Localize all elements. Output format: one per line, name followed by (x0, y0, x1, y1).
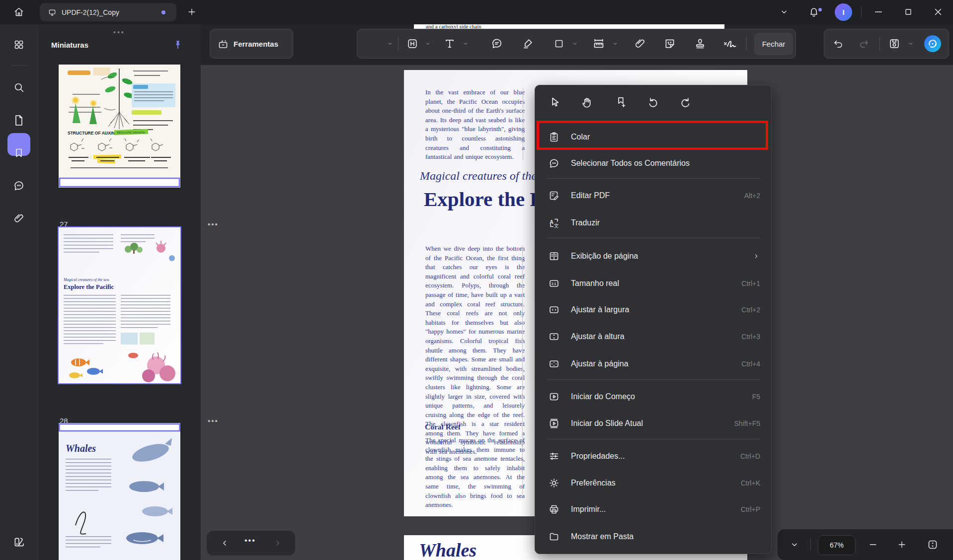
menu-item-tamanho-real[interactable]: Tamanho real Ctrl+1 (535, 273, 772, 294)
play-current-icon (548, 418, 560, 429)
text-tool-icon[interactable] (443, 37, 456, 50)
page-28-more-icon[interactable]: ••• (208, 417, 219, 425)
menu-divider (547, 238, 760, 238)
zoom-options-chevron-icon[interactable] (790, 540, 799, 550)
swatches-icon[interactable] (12, 536, 25, 549)
rotate-left-icon[interactable] (646, 96, 659, 109)
new-tab-button[interactable] (187, 7, 197, 17)
save-icon[interactable] (888, 38, 901, 50)
menu-shortcut: Ctrl+3 (741, 333, 760, 341)
avatar[interactable]: I (835, 3, 852, 21)
add-bookmark-icon[interactable] (615, 96, 628, 109)
menu-item-ajustar-largura[interactable]: Ajustar à largura Ctrl+2 (535, 299, 772, 321)
sticker-tool-icon[interactable] (663, 37, 676, 50)
menu-item-iniciar-comeco[interactable]: Iniciar do Começo F5 (535, 386, 772, 408)
close-toolbar-button[interactable]: Fechar (754, 33, 793, 55)
notifications-bell-icon[interactable] (808, 6, 820, 18)
coral-reef-heading: Coral Reef (425, 422, 461, 431)
toolbar-divider-2 (746, 37, 747, 51)
undo-icon[interactable] (832, 38, 844, 50)
menu-shortcut: Ctrl+P (741, 505, 760, 513)
maximize-button[interactable] (903, 7, 913, 17)
thumbnail-page-27[interactable]: STRUCTURE OF AUXIN REGULATE GROWTH (59, 65, 180, 188)
save-chevron-icon[interactable] (908, 41, 914, 47)
fit-width-icon (548, 304, 560, 316)
shape-tool-chevron-icon[interactable] (572, 41, 578, 47)
signature-tool-icon[interactable] (722, 36, 737, 51)
home-icon[interactable] (13, 6, 25, 18)
close-button[interactable] (933, 6, 944, 17)
pin-icon[interactable] (172, 39, 183, 50)
panel-title: Miniaturas (51, 41, 88, 49)
zoom-controls-panel: 67% (778, 529, 953, 560)
menu-item-exibicao-pagina[interactable]: Exibição de página (535, 245, 772, 267)
comment-tool-icon[interactable] (490, 37, 503, 50)
tools-panel[interactable]: Ferramentas (210, 29, 293, 59)
ai-assistant-button[interactable] (924, 35, 941, 52)
sidebar-divider (11, 65, 28, 66)
menu-item-selecionar-comentarios[interactable]: Selecionar Todos os Comentários (535, 152, 772, 174)
edit-doc-icon (548, 190, 560, 202)
toolbar-divider-3 (879, 37, 880, 51)
attach-tool-icon[interactable] (634, 38, 646, 50)
menu-shortcut: Shift+F5 (734, 420, 760, 427)
redo-icon[interactable] (858, 38, 870, 50)
tabs-chevron-down-icon[interactable] (779, 7, 789, 17)
monitor-icon (48, 8, 57, 17)
zoom-value[interactable]: 67% (818, 535, 856, 555)
page-28-preview: Magical creatures of the sea. Explore th… (59, 227, 180, 383)
minimize-button[interactable] (873, 6, 884, 17)
svg-text:STRUCTURE OF AUXIN: STRUCTURE OF AUXIN (68, 131, 115, 136)
marker-tool-icon[interactable] (522, 38, 534, 50)
menu-item-iniciar-slide-atual[interactable]: Iniciar do Slide Atual Shift+F5 (535, 413, 772, 434)
comments-icon[interactable] (13, 180, 25, 192)
page-thumbnails-icon[interactable] (13, 114, 25, 126)
select-cursor-icon[interactable] (549, 96, 561, 109)
stamp-tool-icon[interactable] (694, 37, 707, 50)
sliders-icon (548, 450, 560, 462)
red-highlight-annotation (537, 121, 768, 150)
menu-item-editar-pdf[interactable]: Editar PDF Alt+2 (535, 185, 772, 207)
search-icon[interactable] (13, 81, 25, 94)
select-tool-chevron-icon[interactable] (387, 41, 394, 47)
menu-item-propriedades[interactable]: Propriedades... Ctrl+D (535, 445, 772, 467)
menu-label: Traduzir (571, 218, 600, 227)
highlight-tool-chevron-icon[interactable] (425, 41, 431, 47)
menu-item-traduzir[interactable]: Traduzir (535, 212, 772, 234)
text-tool-chevron-icon[interactable] (463, 41, 469, 47)
measure-tool-icon[interactable] (592, 37, 606, 51)
zoom-out-icon[interactable] (868, 540, 878, 550)
rotate-right-icon[interactable] (679, 96, 692, 109)
apps-grid-icon[interactable] (13, 39, 25, 51)
fit-height-icon (548, 331, 560, 343)
panel-drag-handle-icon[interactable]: ••• (113, 28, 125, 36)
shape-tool-icon[interactable] (553, 38, 565, 50)
measure-tool-chevron-icon[interactable] (612, 41, 619, 47)
menu-item-ajustar-pagina[interactable]: Ajustar à página Ctrl+4 (535, 353, 772, 375)
menu-item-mostrar-em-pasta[interactable]: Mostrar em Pasta (535, 526, 772, 548)
comment-icon (548, 157, 560, 169)
thumbnail-page-28[interactable]: Magical creatures of the sea. Explore th… (59, 227, 180, 383)
menu-shortcut: Ctrl+1 (741, 280, 760, 287)
menu-item-ajustar-altura[interactable]: Ajustar à altura Ctrl+3 (535, 326, 772, 348)
menu-item-imprimir[interactable]: Imprimir... Ctrl+P (535, 498, 772, 520)
menu-label: Ajustar à página (571, 359, 629, 368)
highlight-text-tool-icon[interactable] (406, 38, 419, 50)
updf-window: A文 1:1 UPDF-2(12)_Copy I ••• Miniaturas (0, 0, 953, 560)
document-tab[interactable]: UPDF-2(12)_Copy (40, 3, 176, 21)
next-page-icon[interactable] (273, 538, 283, 548)
book-open-icon (548, 250, 560, 262)
thumbnail-page-29[interactable]: Whales (59, 423, 180, 560)
menu-item-preferencias[interactable]: Preferências Ctrl+K (535, 472, 772, 494)
page-more-icon[interactable]: ••• (244, 536, 256, 545)
bookmarks-icon[interactable] (13, 147, 25, 159)
page-27-more-icon[interactable]: ••• (208, 220, 219, 228)
toolbox-icon (217, 38, 229, 50)
hand-pan-icon[interactable] (580, 96, 593, 109)
attachments-icon[interactable] (13, 212, 25, 224)
previous-page-icon[interactable] (220, 538, 230, 548)
page2-title: Whales (419, 539, 476, 560)
zoom-in-icon[interactable] (897, 540, 907, 550)
fit-mode-icon[interactable] (927, 539, 939, 551)
actual-size-icon (548, 278, 560, 289)
